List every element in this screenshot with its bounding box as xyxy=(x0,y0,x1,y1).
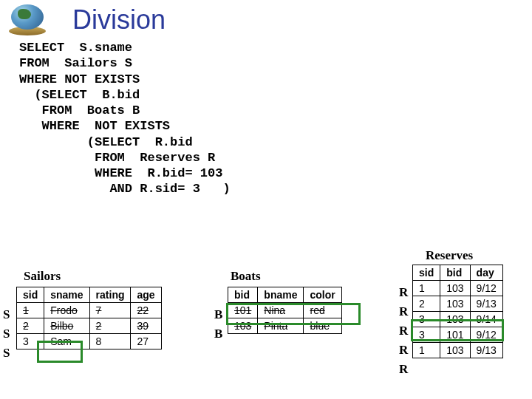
b-label: B xyxy=(214,327,222,341)
slide-header: Division xyxy=(0,0,532,35)
table-row: 2Bilbo239 xyxy=(17,318,162,334)
sailors-title: Sailors xyxy=(24,269,61,284)
r-label: R xyxy=(399,324,408,338)
table-row: 21039/13 xyxy=(413,296,503,312)
table-row: 31019/12 xyxy=(413,327,503,343)
r-label: R xyxy=(399,343,408,358)
s-label: S xyxy=(3,307,10,322)
sql-query: SELECT S.sname FROM Sailors S WHERE NOT … xyxy=(19,40,532,197)
table-row: 3Sam827 xyxy=(17,334,162,349)
table-row: 11039/13 xyxy=(413,343,503,358)
table-row: 1Frodo722 xyxy=(17,303,162,318)
r-label: R xyxy=(399,304,408,319)
page-title: Division xyxy=(72,4,166,35)
table-header-row: bid bname color xyxy=(228,287,342,303)
boats-table: bid bname color 101Ninared 103Pintablue xyxy=(228,287,342,334)
b-label: B xyxy=(214,307,222,322)
table-header-row: sid sname rating age xyxy=(17,287,162,303)
table-row: 103Pintablue xyxy=(228,318,342,334)
table-row: 31039/14 xyxy=(413,312,503,327)
table-header-row: sid bid day xyxy=(413,265,503,281)
reserves-title: Reserves xyxy=(426,248,473,263)
s-label: S xyxy=(3,327,10,341)
table-row: 11039/12 xyxy=(413,281,503,296)
boats-title: Boats xyxy=(231,269,261,284)
table-row: 101Ninared xyxy=(228,303,342,318)
sailors-table: sid sname rating age 1Frodo722 2Bilbo239… xyxy=(16,287,162,349)
s-label: S xyxy=(3,346,10,361)
reserves-table: sid bid day 11039/12 21039/13 31039/14 3… xyxy=(412,265,503,358)
r-label: R xyxy=(399,285,408,300)
r-label: R xyxy=(399,362,408,377)
globe-icon xyxy=(7,4,47,35)
